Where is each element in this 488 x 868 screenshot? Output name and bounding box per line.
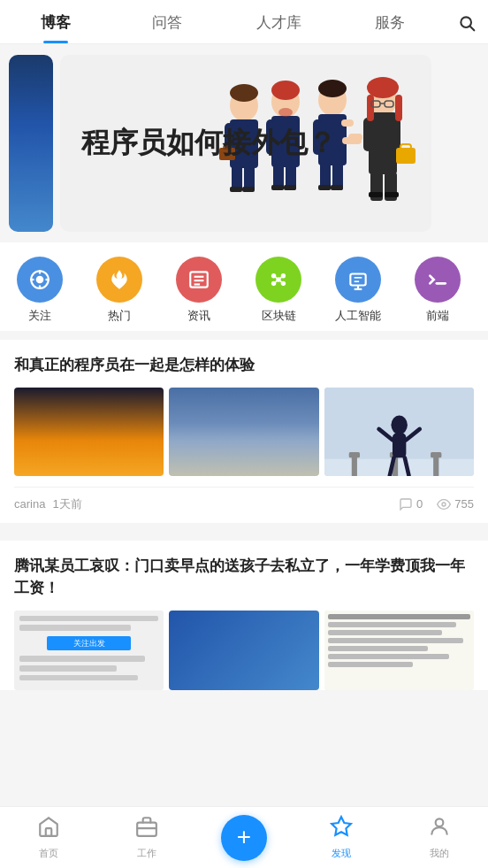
cat-news[interactable]: 资讯 — [159, 257, 239, 324]
svg-rect-82 — [431, 452, 441, 457]
svg-point-83 — [391, 415, 407, 434]
article-img-sunset[interactable] — [14, 388, 164, 476]
article-stats: 0 755 — [399, 497, 474, 511]
cat-frontend-label: 前端 — [426, 308, 449, 324]
section-divider-2 — [0, 523, 488, 532]
svg-rect-29 — [318, 185, 331, 190]
article2-img-article[interactable] — [324, 611, 474, 690]
cat-news-icon — [176, 257, 222, 303]
section-divider-1 — [0, 331, 488, 340]
cat-follow-label: 关注 — [28, 308, 51, 324]
svg-rect-84 — [393, 433, 406, 457]
article-title-2[interactable]: 腾讯某员工哀叹：门口卖早点的送孩子去私立了，一年学费顶我一年工资！ — [14, 555, 474, 600]
svg-point-51 — [36, 276, 44, 284]
banner-main-card[interactable]: 程序员如何接外包？ — [60, 55, 431, 232]
svg-rect-41 — [367, 95, 374, 121]
nav-publish[interactable]: + — [195, 815, 293, 861]
nav-discover-label: 发现 — [332, 847, 351, 860]
article-author: carina — [14, 497, 45, 511]
article-title-1[interactable]: 和真正的程序员在一起是怎样的体验 — [14, 354, 474, 377]
article2-images: 关注出发 — [14, 611, 474, 690]
nav-discover[interactable]: 发现 — [293, 807, 390, 868]
home-icon — [37, 815, 60, 843]
cat-hot-label: 热门 — [108, 308, 131, 324]
svg-point-12 — [230, 84, 258, 102]
article-meta-1: carina 1天前 0 755 — [14, 487, 474, 523]
view-count: 755 — [454, 497, 474, 511]
banner-title: 程序员如何接外包？ — [81, 125, 336, 162]
article-img-back[interactable] — [324, 388, 474, 476]
svg-point-94 — [435, 818, 443, 826]
cat-frontend[interactable]: 前端 — [398, 257, 477, 324]
tab-service[interactable]: 服务 — [334, 12, 446, 43]
cat-blockchain-icon — [255, 257, 301, 303]
nav-profile-label: 我的 — [430, 847, 449, 860]
comment-stat: 0 — [399, 497, 423, 511]
cat-frontend-icon — [415, 257, 461, 303]
svg-rect-81 — [433, 456, 438, 475]
article-card-2: 腾讯某员工哀叹：门口卖早点的送孩子去私立了，一年学费顶我一年工资！ 关注出发 — [0, 541, 488, 690]
svg-rect-69 — [350, 274, 365, 286]
cat-ai[interactable]: 人工智能 — [318, 257, 398, 324]
cat-ai-icon — [335, 257, 381, 303]
tab-qa[interactable]: 问答 — [111, 12, 223, 43]
svg-point-21 — [271, 81, 300, 100]
nav-work-label: 工作 — [137, 847, 156, 860]
banner-text: 程序员如何接外包？ — [60, 107, 357, 180]
cat-hot-icon — [96, 257, 142, 303]
top-navigation: 博客 问答 人才库 服务 — [0, 0, 488, 44]
svg-rect-77 — [351, 456, 356, 475]
publish-plus-icon: + — [237, 825, 251, 849]
search-icon[interactable] — [446, 14, 488, 42]
cat-blockchain[interactable]: 区块链 — [239, 257, 318, 324]
svg-rect-34 — [363, 118, 372, 151]
cat-news-label: 资讯 — [187, 308, 210, 324]
svg-rect-8 — [230, 187, 242, 192]
svg-rect-35 — [392, 118, 400, 151]
comment-count: 0 — [416, 497, 423, 511]
article-card-1: 和真正的程序员在一起是怎样的体验 — [0, 340, 488, 523]
badge-text: 关注出发 — [73, 638, 105, 649]
svg-point-31 — [318, 80, 347, 97]
tab-blog[interactable]: 博客 — [0, 12, 111, 43]
cat-follow[interactable]: 关注 — [0, 257, 80, 324]
cat-ai-label: 人工智能 — [335, 308, 381, 324]
publish-button[interactable]: + — [221, 815, 267, 861]
cat-follow-icon — [17, 257, 63, 303]
nav-work[interactable]: 工作 — [97, 807, 194, 868]
banner-carousel: 程序员如何接外包？ — [0, 44, 488, 242]
article-img-sea[interactable] — [169, 388, 318, 476]
profile-icon — [428, 815, 451, 843]
cat-hot[interactable]: 热门 — [80, 257, 159, 324]
svg-rect-39 — [385, 192, 399, 197]
category-scroll-area: 关注 热门 资讯 区块链 人工智能 前端 — [0, 242, 488, 331]
svg-line-1 — [470, 26, 475, 30]
svg-rect-19 — [271, 185, 284, 190]
discover-icon — [330, 815, 353, 843]
svg-rect-47 — [400, 144, 411, 150]
article2-img-blue[interactable] — [169, 611, 318, 690]
svg-rect-9 — [242, 187, 255, 192]
svg-rect-78 — [348, 452, 359, 457]
nav-home[interactable]: 首页 — [0, 807, 97, 868]
svg-marker-93 — [332, 817, 352, 835]
svg-rect-90 — [46, 828, 52, 836]
svg-rect-30 — [331, 185, 343, 190]
svg-rect-20 — [284, 185, 296, 190]
work-icon — [135, 815, 158, 843]
banner-prev-card[interactable] — [9, 55, 53, 232]
svg-rect-38 — [369, 192, 383, 197]
svg-point-89 — [442, 503, 446, 506]
article-time: 1天前 — [52, 496, 81, 512]
cat-blockchain-label: 区块链 — [262, 308, 296, 324]
view-stat: 755 — [437, 497, 474, 511]
nav-home-label: 首页 — [39, 847, 58, 860]
nav-profile[interactable]: 我的 — [391, 807, 488, 868]
svg-rect-42 — [395, 95, 402, 121]
svg-rect-76 — [324, 458, 474, 475]
article-images-1 — [14, 388, 474, 476]
tab-talent[interactable]: 人才库 — [223, 12, 334, 43]
article2-img-text[interactable]: 关注出发 — [14, 611, 164, 690]
bottom-navigation: 首页 工作 + 发现 我的 — [0, 806, 488, 868]
